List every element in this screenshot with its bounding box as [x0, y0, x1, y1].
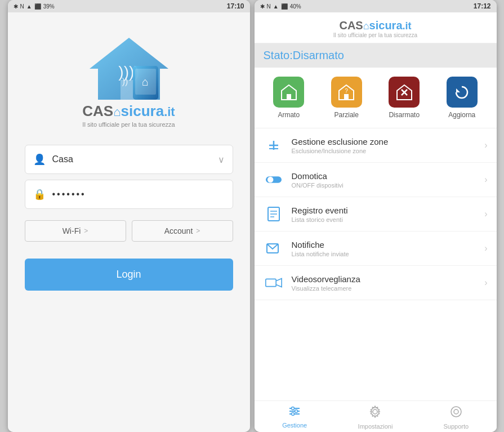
gestione-nav-icon	[288, 406, 301, 420]
battery-icon: ⬛	[34, 3, 41, 10]
status-icons-right: ✱ N ▲ ⬛ 40%	[260, 3, 301, 10]
supporto-nav-icon	[450, 406, 462, 421]
video-chevron-icon: ›	[484, 278, 487, 288]
wifi-icon: ▲	[26, 3, 32, 10]
username-input[interactable]	[52, 154, 211, 164]
app-logo-right: CAS ⌂ sicura .it Il sito ufficiale per l…	[333, 19, 417, 38]
time-left: 17:10	[227, 2, 244, 10]
alarm-buttons-row: Armato ? Parziale	[255, 68, 497, 128]
account-button-label: Account	[164, 226, 193, 235]
nav-impostazioni[interactable]: Impostazioni	[335, 406, 416, 430]
password-field-container: 🔒	[25, 180, 233, 209]
stato-label: Stato:Disarmato	[264, 50, 344, 61]
battery-icon-right: ⬛	[281, 3, 288, 10]
nav-supporto[interactable]: Supporto	[416, 406, 496, 430]
brand-name-right: CAS ⌂ sicura .it	[339, 19, 411, 32]
video-title: Videosorveglianza	[292, 274, 477, 284]
wifi-button[interactable]: Wi-Fi >	[25, 220, 126, 242]
aggiorna-icon	[447, 77, 478, 108]
domotica-icon	[264, 170, 284, 190]
aggiorna-svg	[453, 84, 470, 101]
time-right: 17:12	[474, 2, 491, 10]
video-text: Videosorveglianza Visualizza telecamere	[292, 274, 477, 292]
aggiorna-label: Aggiorna	[448, 111, 475, 119]
login-phone: ✱ N ▲ ⬛ 39% 17:10	[8, 0, 250, 432]
nav-gestione[interactable]: Gestione	[255, 406, 335, 430]
menu-item-domotica[interactable]: Domotica ON/OFF dispositivi ›	[255, 163, 497, 197]
bluetooth-icon-right: ✱	[260, 3, 265, 10]
status-bar-right: ✱ N ▲ ⬛ 40% 17:12	[255, 0, 497, 12]
armato-svg	[280, 84, 297, 101]
password-input[interactable]	[52, 189, 225, 199]
aggiorna-button[interactable]: Aggiorna	[447, 77, 478, 119]
domotica-text: Domotica ON/OFF dispositivi	[292, 171, 477, 189]
account-button[interactable]: Account >	[132, 220, 233, 242]
user-icon: 👤	[33, 153, 46, 166]
brand-it: .it	[164, 105, 175, 119]
status-icons-left: ✱ N ▲ ⬛ 39%	[14, 3, 55, 10]
armato-label: Armato	[278, 111, 300, 119]
domotica-chevron-icon: ›	[484, 175, 487, 185]
account-chevron-icon: >	[196, 227, 200, 235]
logo-area: )))) ⌂ )) CAS ⌂ sicura .it Il sito uffic…	[82, 35, 175, 128]
app-header: CAS ⌂ sicura .it Il sito ufficiale per l…	[255, 12, 497, 43]
menu-item-video[interactable]: Videosorveglianza Visualizza telecamere …	[255, 266, 497, 300]
wifi-chevron-icon: >	[84, 227, 88, 235]
menu-item-registro[interactable]: Registro eventi Lista storico eventi ›	[255, 197, 497, 231]
status-bar-left: ✱ N ▲ ⬛ 39% 17:10	[8, 0, 250, 12]
gestione-zone-chevron-icon: ›	[484, 140, 487, 150]
nav-supporto-label: Supporto	[443, 423, 469, 430]
registro-chevron-icon: ›	[484, 209, 487, 219]
svg-rect-10	[344, 94, 349, 100]
registro-text: Registro eventi Lista storico eventi	[292, 206, 477, 223]
brand-sicura-right: sicura	[369, 19, 403, 32]
gestione-zone-text: Gestione esclusione zone Esclusione/Incl…	[292, 137, 477, 154]
stato-bar: Stato:Disarmato	[255, 43, 497, 68]
battery-percent-right: 40%	[290, 3, 301, 10]
svg-marker-15	[456, 88, 460, 92]
brand-cas-right: CAS	[339, 19, 363, 32]
signal-icon-right: N	[267, 3, 271, 10]
parziale-icon: ?	[331, 77, 362, 108]
signal-icon: N	[20, 3, 24, 10]
disarmato-button[interactable]: Disarmato	[389, 77, 420, 119]
menu-list: Gestione esclusione zone Esclusione/Incl…	[255, 128, 497, 400]
svg-point-32	[292, 413, 295, 416]
domotica-subtitle: ON/OFF dispositivi	[292, 182, 477, 189]
svg-point-34	[451, 407, 461, 417]
lock-icon: 🔒	[33, 188, 46, 201]
gestione-zone-title: Gestione esclusione zone	[292, 137, 477, 146]
video-subtitle: Visualizza telecamere	[292, 285, 477, 292]
svg-text:?: ?	[345, 88, 348, 94]
brand-it-right: .it	[403, 20, 412, 32]
parziale-button[interactable]: ? Parziale	[331, 77, 362, 119]
svg-point-31	[295, 410, 298, 413]
registro-subtitle: Lista storico eventi	[292, 216, 477, 223]
notifiche-subtitle: Lista notifiche inviate	[292, 251, 477, 257]
brand-house-icon-right: ⌂	[363, 20, 369, 32]
bluetooth-icon: ✱	[14, 3, 18, 10]
brand-name: CAS ⌂ sicura .it	[82, 103, 175, 120]
stato-value-text: Disarmato	[293, 49, 344, 61]
video-icon	[264, 273, 284, 293]
wifi-button-label: Wi-Fi	[63, 226, 81, 235]
armato-button[interactable]: Armato	[273, 77, 304, 119]
notifiche-chevron-icon: ›	[484, 243, 487, 253]
menu-item-notifiche[interactable]: Notifiche Lista notifiche inviate ›	[255, 231, 497, 266]
login-button-label: Login	[116, 269, 141, 280]
nav-impostazioni-label: Impostazioni	[358, 423, 393, 430]
parziale-svg: ?	[338, 84, 355, 101]
brand-cas: CAS	[82, 103, 113, 120]
nav-gestione-label: Gestione	[282, 422, 307, 429]
login-button[interactable]: Login	[25, 259, 233, 291]
parziale-label: Parziale	[334, 111, 359, 119]
registro-icon	[264, 204, 284, 224]
gestione-zone-subtitle: Esclusione/Inclusione zone	[292, 148, 477, 154]
action-buttons-row: Wi-Fi > Account >	[25, 220, 233, 242]
menu-item-gestione-zone[interactable]: Gestione esclusione zone Esclusione/Incl…	[255, 128, 497, 163]
brand-sicura: sicura	[121, 103, 164, 120]
disarmato-label: Disarmato	[389, 111, 420, 119]
brand-house-icon: ⌂	[113, 105, 121, 119]
impostazioni-nav-icon	[369, 406, 381, 421]
svg-point-20	[267, 177, 273, 183]
